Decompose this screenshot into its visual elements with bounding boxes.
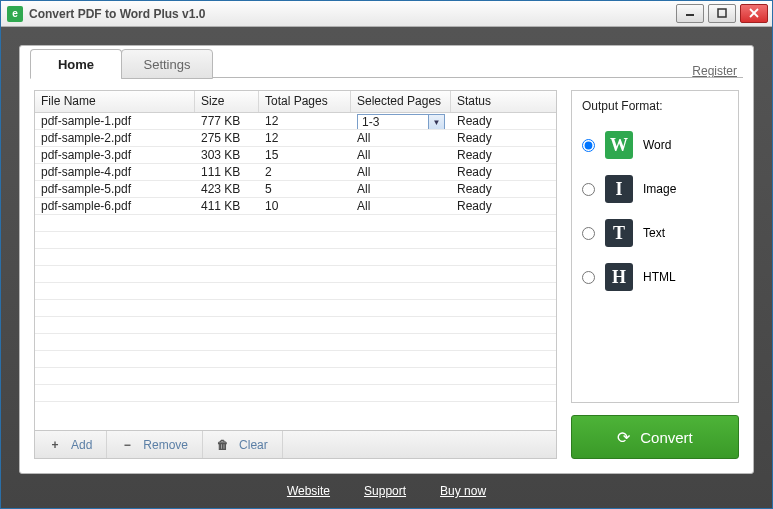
tab-settings[interactable]: Settings xyxy=(121,49,213,79)
file-grid: File Name Size Total Pages Selected Page… xyxy=(34,90,557,459)
html-icon: H xyxy=(605,263,633,291)
register-link[interactable]: Register xyxy=(692,64,737,78)
cell-selected-pages: 1-3▼ xyxy=(351,113,451,129)
empty-row xyxy=(35,385,556,402)
clear-label: Clear xyxy=(239,438,268,452)
cell-status: Ready xyxy=(451,113,556,129)
format-label-html: HTML xyxy=(643,270,676,284)
footer-website-link[interactable]: Website xyxy=(287,484,330,498)
cell-status: Ready xyxy=(451,181,556,197)
cell-size: 275 KB xyxy=(195,130,259,146)
cell-status: Ready xyxy=(451,164,556,180)
cell-filename: pdf-sample-2.pdf xyxy=(35,130,195,146)
cell-status: Ready xyxy=(451,198,556,214)
add-label: Add xyxy=(71,438,92,452)
remove-label: Remove xyxy=(143,438,188,452)
grid-header: File Name Size Total Pages Selected Page… xyxy=(35,91,556,113)
footer-support-link[interactable]: Support xyxy=(364,484,406,498)
table-row[interactable]: pdf-sample-1.pdf777 KB121-3▼Ready xyxy=(35,113,556,130)
footer: Website Support Buy now xyxy=(19,474,754,508)
col-header-selected[interactable]: Selected Pages xyxy=(351,91,451,112)
empty-row xyxy=(35,283,556,300)
chevron-down-icon[interactable]: ▼ xyxy=(428,115,444,129)
format-radio-image[interactable] xyxy=(582,183,595,196)
svg-rect-1 xyxy=(718,9,726,17)
grid-body: pdf-sample-1.pdf777 KB121-3▼Readypdf-sam… xyxy=(35,113,556,430)
table-row[interactable]: pdf-sample-2.pdf275 KB12AllReady xyxy=(35,130,556,147)
table-row[interactable]: pdf-sample-6.pdf411 KB10AllReady xyxy=(35,198,556,215)
table-row[interactable]: pdf-sample-3.pdf303 KB15AllReady xyxy=(35,147,556,164)
table-row[interactable]: pdf-sample-5.pdf423 KB5AllReady xyxy=(35,181,556,198)
window-title: Convert PDF to Word Plus v1.0 xyxy=(29,7,205,21)
col-header-size[interactable]: Size xyxy=(195,91,259,112)
app-window: e Convert PDF to Word Plus v1.0 Home Set… xyxy=(0,0,773,509)
maximize-button[interactable] xyxy=(708,4,736,23)
window-buttons xyxy=(676,4,768,24)
cell-size: 423 KB xyxy=(195,181,259,197)
output-format-title: Output Format: xyxy=(582,99,728,113)
col-header-pages[interactable]: Total Pages xyxy=(259,91,351,112)
app-icon: e xyxy=(7,6,23,22)
col-header-status[interactable]: Status xyxy=(451,91,556,112)
cell-status: Ready xyxy=(451,147,556,163)
output-format-box: Output Format: WWordIImageTTextHHTML xyxy=(571,90,739,403)
format-radio-word[interactable] xyxy=(582,139,595,152)
trash-icon: 🗑 xyxy=(217,438,229,452)
format-label-word: Word xyxy=(643,138,671,152)
combo-value: 1-3 xyxy=(358,115,428,129)
tab-home[interactable]: Home xyxy=(30,49,122,79)
main-panel: Home Settings Register File Name Size To… xyxy=(19,45,754,474)
cell-status: Ready xyxy=(451,130,556,146)
cell-selected-pages: All xyxy=(351,130,451,146)
close-button[interactable] xyxy=(740,4,768,23)
minus-icon: − xyxy=(121,438,133,452)
cell-total-pages: 5 xyxy=(259,181,351,197)
add-button[interactable]: +Add xyxy=(35,431,107,458)
format-option-text[interactable]: TText xyxy=(582,219,728,247)
format-radio-text[interactable] xyxy=(582,227,595,240)
image-icon: I xyxy=(605,175,633,203)
empty-row xyxy=(35,249,556,266)
cell-total-pages: 2 xyxy=(259,164,351,180)
cell-filename: pdf-sample-6.pdf xyxy=(35,198,195,214)
selected-pages-combo[interactable]: 1-3▼ xyxy=(357,114,445,129)
cell-selected-pages: All xyxy=(351,147,451,163)
cell-selected-pages: All xyxy=(351,198,451,214)
col-header-name[interactable]: File Name xyxy=(35,91,195,112)
table-row[interactable]: pdf-sample-4.pdf111 KB2AllReady xyxy=(35,164,556,181)
minimize-button[interactable] xyxy=(676,4,704,23)
convert-button[interactable]: ⟳ Convert xyxy=(571,415,739,459)
refresh-icon: ⟳ xyxy=(617,428,630,447)
cell-selected-pages: All xyxy=(351,181,451,197)
cell-filename: pdf-sample-3.pdf xyxy=(35,147,195,163)
cell-filename: pdf-sample-1.pdf xyxy=(35,113,195,129)
cell-size: 303 KB xyxy=(195,147,259,163)
empty-row xyxy=(35,317,556,334)
word-icon: W xyxy=(605,131,633,159)
cell-total-pages: 12 xyxy=(259,130,351,146)
format-option-word[interactable]: WWord xyxy=(582,131,728,159)
action-bar: +Add −Remove 🗑Clear xyxy=(35,430,556,458)
format-option-html[interactable]: HHTML xyxy=(582,263,728,291)
convert-label: Convert xyxy=(640,429,693,446)
clear-button[interactable]: 🗑Clear xyxy=(203,431,283,458)
empty-row xyxy=(35,351,556,368)
plus-icon: + xyxy=(49,438,61,452)
cell-filename: pdf-sample-4.pdf xyxy=(35,164,195,180)
format-option-image[interactable]: IImage xyxy=(582,175,728,203)
footer-buy-link[interactable]: Buy now xyxy=(440,484,486,498)
format-radio-html[interactable] xyxy=(582,271,595,284)
remove-button[interactable]: −Remove xyxy=(107,431,203,458)
cell-size: 777 KB xyxy=(195,113,259,129)
cell-total-pages: 12 xyxy=(259,113,351,129)
cell-size: 411 KB xyxy=(195,198,259,214)
text-icon: T xyxy=(605,219,633,247)
format-label-image: Image xyxy=(643,182,676,196)
empty-row xyxy=(35,232,556,249)
cell-filename: pdf-sample-5.pdf xyxy=(35,181,195,197)
cell-size: 111 KB xyxy=(195,164,259,180)
titlebar: e Convert PDF to Word Plus v1.0 xyxy=(1,1,772,27)
empty-row xyxy=(35,266,556,283)
cell-selected-pages: All xyxy=(351,164,451,180)
cell-total-pages: 10 xyxy=(259,198,351,214)
